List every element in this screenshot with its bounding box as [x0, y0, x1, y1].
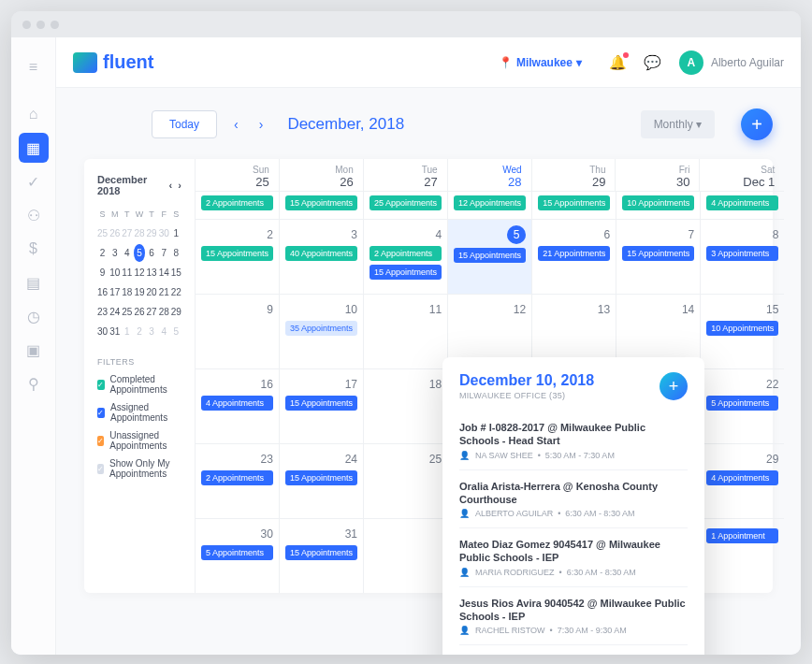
calendar-cell[interactable]: 340 Appointments: [280, 219, 364, 294]
calendar-cell[interactable]: 294 Appointments: [701, 443, 784, 518]
appointment-pill[interactable]: 35 Appointments↖: [285, 321, 357, 336]
location-icon[interactable]: ⚲: [19, 368, 49, 398]
mini-day[interactable]: 28: [134, 224, 144, 242]
mini-day[interactable]: 5: [171, 323, 181, 340]
calendar-cell[interactable]: 4 Appointments: [701, 191, 784, 219]
mini-day[interactable]: 2: [97, 244, 108, 262]
mini-day[interactable]: 12: [134, 264, 144, 281]
mini-day[interactable]: 23: [97, 303, 108, 321]
appointment-pill[interactable]: 5 Appointments: [706, 396, 778, 411]
mini-day[interactable]: 28: [159, 303, 169, 321]
logo[interactable]: fluent: [73, 51, 153, 73]
appointment-item[interactable]: Job # I-0828-2017 @ Milwaukee Public Sch…: [459, 411, 688, 469]
filter-item[interactable]: ✓Assigned Appointments: [97, 402, 181, 423]
calendar-icon[interactable]: ▦: [19, 133, 49, 163]
mini-day[interactable]: 16: [97, 283, 108, 301]
appointment-pill[interactable]: 15 Appointments: [370, 265, 442, 280]
filter-item[interactable]: ✓Unassigned Appointments: [97, 430, 181, 451]
mini-day[interactable]: 27: [122, 224, 132, 242]
appointment-item[interactable]: Jesus Rios Avira 9040542 @ Milwaukee Pub…: [459, 586, 688, 645]
avatar[interactable]: A: [679, 51, 703, 75]
users-icon[interactable]: ⚇: [19, 200, 49, 230]
calendar-cell[interactable]: 215 Appointments: [196, 219, 280, 294]
filter-item[interactable]: ✓Show Only My Appointments: [97, 458, 181, 479]
appointment-pill[interactable]: 4 Appointments: [706, 470, 778, 485]
appointment-pill[interactable]: 4 Appointments: [706, 195, 778, 210]
calendar-cell[interactable]: 2 Appointments: [196, 191, 280, 219]
calendar-cell[interactable]: 42 Appointments15 Appointments: [364, 219, 448, 294]
menu-icon[interactable]: ≡: [19, 52, 49, 82]
mini-day[interactable]: 22: [171, 283, 181, 301]
mini-next-icon[interactable]: ›: [178, 180, 181, 191]
appointment-pill[interactable]: 15 Appointments: [285, 470, 357, 485]
appointment-item[interactable]: Mateo Diaz Gomez 9045417 @ Milwaukee Pub…: [459, 527, 688, 586]
appointment-pill[interactable]: 40 Appointments: [285, 246, 357, 261]
mini-day[interactable]: 19: [134, 283, 144, 301]
billing-icon[interactable]: $: [19, 234, 49, 264]
appointment-pill[interactable]: 2 Appointments: [370, 246, 442, 261]
timer-icon[interactable]: ◷: [19, 301, 49, 331]
appointment-item[interactable]: Hassan Ahmed @ Milwaukee Public Schools …: [459, 644, 688, 655]
mini-day[interactable]: 17: [109, 283, 120, 301]
mini-day[interactable]: 29: [171, 303, 181, 321]
mini-day[interactable]: 14: [159, 264, 169, 281]
calendar-cell[interactable]: 164 Appointments: [196, 368, 280, 443]
calendar-cell[interactable]: 2415 Appointments: [280, 443, 364, 518]
tasks-icon[interactable]: ✓: [19, 166, 49, 196]
mini-day[interactable]: 21: [159, 283, 169, 301]
appointment-pill[interactable]: 2 Appointments: [201, 470, 273, 485]
appointment-pill[interactable]: 15 Appointments: [201, 246, 273, 261]
calendar-cell[interactable]: 12 Appointments: [448, 191, 532, 219]
calendar-cell[interactable]: 3115 Appointments: [280, 518, 364, 593]
calendar-cell[interactable]: 83 Appointments: [701, 219, 784, 294]
mini-day[interactable]: 4: [159, 323, 169, 340]
mini-day[interactable]: 3: [109, 244, 120, 262]
mini-day[interactable]: 8: [171, 244, 181, 262]
calendar-cell[interactable]: 515 Appointments: [448, 219, 532, 294]
popover-add-button[interactable]: +: [660, 372, 688, 400]
appointment-pill[interactable]: 21 Appointments: [538, 246, 610, 261]
calendar-cell[interactable]: 15 Appointments: [280, 191, 364, 219]
appointment-pill[interactable]: 15 Appointments: [285, 545, 357, 560]
mini-day[interactable]: 25: [97, 224, 108, 242]
contacts-icon[interactable]: ▣: [19, 335, 49, 365]
mini-day[interactable]: 30: [159, 224, 169, 242]
mini-day[interactable]: 24: [109, 303, 120, 321]
reports-icon[interactable]: ▤: [19, 267, 49, 297]
next-period-icon[interactable]: ›: [255, 117, 268, 132]
calendar-cell[interactable]: 10 Appointments: [616, 191, 701, 219]
bell-icon[interactable]: 🔔: [609, 54, 627, 71]
mini-day[interactable]: 30: [97, 323, 108, 340]
appointment-pill[interactable]: 15 Appointments: [538, 195, 610, 210]
appointment-pill[interactable]: 15 Appointments: [285, 396, 357, 411]
calendar-cell[interactable]: 1715 Appointments: [280, 368, 364, 443]
appointment-pill[interactable]: 15 Appointments: [454, 248, 526, 263]
calendar-cell[interactable]: 715 Appointments: [616, 219, 701, 294]
location-picker[interactable]: 📍 Milwaukee ▾: [499, 56, 582, 69]
appointment-pill[interactable]: 15 Appointments: [622, 246, 694, 261]
calendar-cell[interactable]: 1035 Appointments↖: [280, 294, 364, 368]
mini-day[interactable]: 4: [122, 244, 132, 262]
appointment-pill[interactable]: 10 Appointments: [622, 195, 694, 210]
appointment-pill[interactable]: 25 Appointments: [370, 195, 442, 210]
appointment-pill[interactable]: 10 Appointments: [706, 321, 778, 336]
calendar-cell[interactable]: [364, 518, 448, 593]
appointment-item[interactable]: Oralia Arista-Herrera @ Kenosha County C…: [459, 469, 688, 528]
chat-icon[interactable]: 💬: [644, 54, 661, 71]
view-select[interactable]: Monthly ▾: [641, 110, 715, 138]
appointment-pill[interactable]: 15 Appointments: [285, 195, 357, 210]
mini-day[interactable]: 7: [159, 244, 169, 262]
appointment-pill[interactable]: 2 Appointments: [201, 195, 273, 210]
mini-day[interactable]: 3: [147, 323, 157, 340]
calendar-cell[interactable]: 1510 Appointments: [701, 294, 784, 368]
mini-day[interactable]: 11: [122, 264, 132, 281]
appointment-pill[interactable]: 1 Appointment: [706, 528, 778, 543]
mini-day[interactable]: 9: [97, 264, 108, 281]
mini-day[interactable]: 10: [109, 264, 120, 281]
calendar-cell[interactable]: 232 Appointments: [196, 443, 280, 518]
mini-day[interactable]: 1: [122, 323, 132, 340]
appointment-pill[interactable]: 3 Appointments: [706, 246, 778, 261]
filter-item[interactable]: ✓Completed Appointments: [97, 374, 181, 395]
mini-day[interactable]: 1: [171, 224, 181, 242]
mini-day[interactable]: 2: [134, 323, 144, 340]
